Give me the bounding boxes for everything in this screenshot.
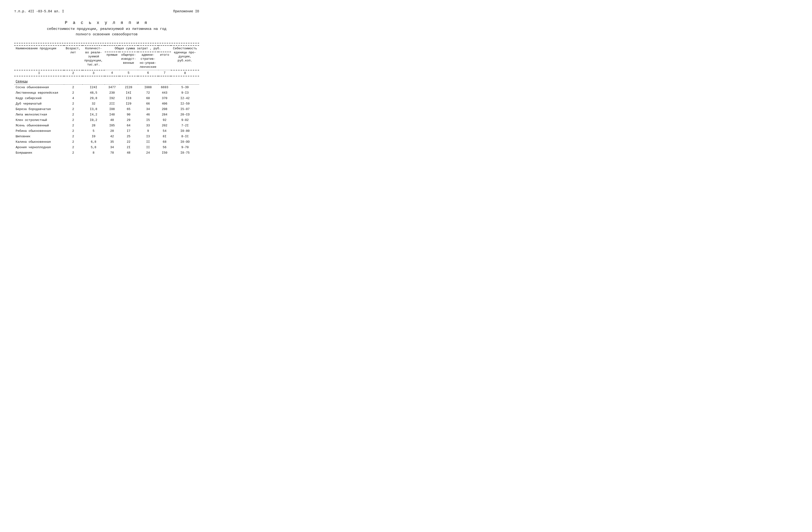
col-num-4: 4 (105, 70, 119, 76)
cell-10-7: I0-OO (171, 139, 199, 145)
col-header-direct: прямые (105, 52, 119, 70)
table-row: Калина обыкновенная26,83522II68I0-OO (14, 139, 199, 145)
table-row: Сосна обыкновенная2I24I34772I28I08866935… (14, 84, 199, 90)
cell-4-0: Береза бородавчатая (14, 106, 64, 112)
cell-8-4: I7 (119, 128, 138, 134)
cell-12-7: I8-75 (171, 150, 199, 156)
cell-5-7: 20-CO (171, 112, 199, 117)
cell-7-0: Ясень обыкновенный (14, 123, 64, 128)
cell-12-4: 48 (119, 150, 138, 156)
page-title: Р а с ь х у л я п и я (14, 20, 199, 25)
cell-2-1: 4 (64, 96, 83, 101)
cell-3-3: 2II (105, 101, 119, 106)
cell-0-3: 3477 (105, 84, 119, 90)
cell-11-4: 2I (119, 145, 138, 150)
cell-5-6: 284 (158, 112, 171, 117)
cell-2-0: Кедр сибирский (14, 96, 64, 101)
cell-8-2: 5 (83, 128, 105, 134)
col-header-total: итого (158, 52, 171, 70)
cell-11-5: II (138, 145, 158, 150)
cell-12-0: Боярышник (14, 150, 64, 156)
cell-5-4: 90 (119, 112, 138, 117)
cell-11-1: 2 (64, 145, 83, 150)
col-header-qty: Количест-во реали-зуемойпродукции,тыс.шт… (83, 45, 105, 70)
cell-4-3: I08 (105, 106, 119, 112)
cell-2-3: I92 (105, 96, 119, 101)
cell-3-1: 2 (64, 101, 83, 106)
cell-12-2: 8 (83, 150, 105, 156)
cell-10-5: II (138, 139, 158, 145)
cell-8-6: 54 (158, 128, 171, 134)
table-row: Клен остролистный2I0,24829I5929-02 (14, 117, 199, 123)
cell-0-4: 2I28 (119, 84, 138, 90)
cell-0-1: 2 (64, 84, 83, 90)
table-row: Рябина обыкновенная2528I7954I0-80 (14, 128, 199, 134)
column-numbers-row: I 2 3 4 5 6 7 8 (14, 70, 199, 76)
cell-1-6: 443 (158, 90, 171, 96)
cell-6-1: 2 (64, 117, 83, 123)
cell-11-0: Арония черноплодная (14, 145, 64, 150)
cell-12-5: 24 (138, 150, 158, 156)
cell-6-7: 9-02 (171, 117, 199, 123)
cell-12-6: I50 (158, 150, 171, 156)
col-header-general: общепро-изводст-венные (119, 52, 138, 70)
col-group-header: Общая сумма затрат , руб. (105, 45, 171, 52)
cell-7-5: 33 (138, 123, 158, 128)
table-row: Липа мелколистная2I4,2I48904628420-CO (14, 112, 199, 117)
cell-9-2: I0 (83, 134, 105, 139)
table-row: Ясень обыкновенный228I0564332027-2I (14, 123, 199, 128)
cell-2-2: 29,8 (83, 96, 105, 101)
cell-0-0: Сосна обыкновенная (14, 84, 64, 90)
cell-6-6: 92 (158, 117, 171, 123)
col-header-unit: Себестоимостьединицы про-дукции,руб.коп. (171, 45, 199, 70)
cell-10-4: 22 (119, 139, 138, 145)
col-num-3: 3 (83, 70, 105, 76)
cell-1-5: 72 (138, 90, 158, 96)
col-num-2: 2 (64, 70, 83, 76)
cell-0-5: I088 (138, 84, 158, 90)
section-label-seedlings: Сеянцы (14, 76, 199, 85)
cell-7-1: 2 (64, 123, 83, 128)
cell-6-5: I5 (138, 117, 158, 123)
cell-3-4: I29 (119, 101, 138, 106)
cell-4-2: I3,8 (83, 106, 105, 112)
cell-2-7: I2-42 (171, 96, 199, 101)
cell-11-6: 56 (158, 145, 171, 150)
col-header-admin: админи-стратив-но-управ-ленческие (138, 52, 158, 70)
cell-0-6: 6693 (158, 84, 171, 90)
cell-8-3: 28 (105, 128, 119, 134)
cell-4-1: 2 (64, 106, 83, 112)
cell-10-1: 2 (64, 139, 83, 145)
cell-1-7: 9-I3 (171, 90, 199, 96)
cell-4-6: 208 (158, 106, 171, 112)
title-sub-2: полного освоения севооборотов (14, 32, 199, 38)
table-row: Лиственница европейская248,5230I4I724439… (14, 90, 199, 96)
cell-0-7: 5-39 (171, 84, 199, 90)
cell-5-2: I4,2 (83, 112, 105, 117)
header-right: Приложение IO (173, 10, 199, 13)
cell-6-4: 29 (119, 117, 138, 123)
cell-11-3: 34 (105, 145, 119, 150)
cell-5-3: I48 (105, 112, 119, 117)
cell-9-3: 42 (105, 134, 119, 139)
cell-7-6: 202 (158, 123, 171, 128)
section-header-seedlings: Сеянцы (14, 76, 199, 85)
cell-10-0: Калина обыкновенная (14, 139, 64, 145)
cell-9-5: I3 (138, 134, 158, 139)
cell-3-0: Дуб черешчатый (14, 101, 64, 106)
cell-4-5: 34 (138, 106, 158, 112)
table-row: Боярышник28784824I50I8-75 (14, 150, 199, 156)
cell-12-3: 78 (105, 150, 119, 156)
table-row: Дуб черешчатый2322III2966406I2-59 (14, 101, 199, 106)
cell-7-7: 7-2I (171, 123, 199, 128)
cell-0-2: I24I (83, 84, 105, 90)
cell-3-7: I2-59 (171, 101, 199, 106)
header-left: т.п.р. 4II -03-5.84 ал. I (14, 10, 64, 13)
cell-8-1: 2 (64, 128, 83, 134)
cell-6-2: I0,2 (83, 117, 105, 123)
table-row: Кедр сибирский429,8I92II860370I2-42 (14, 96, 199, 101)
cell-9-0: Шиповник (14, 134, 64, 139)
cell-4-7: I5-07 (171, 106, 199, 112)
cell-11-2: 5,8 (83, 145, 105, 150)
cell-2-6: 370 (158, 96, 171, 101)
